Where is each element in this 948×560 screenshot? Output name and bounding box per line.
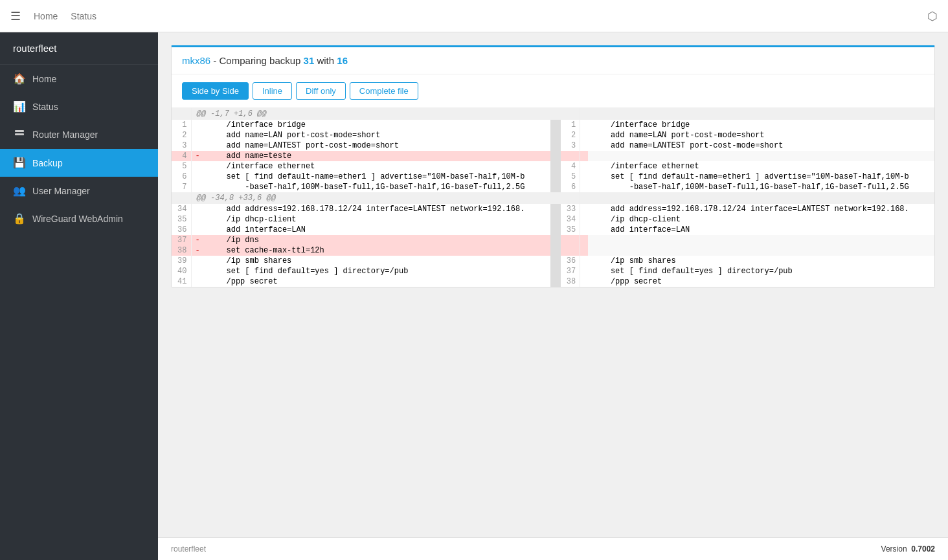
sidebar-item-wireguard-label: WireGuard WebAdmin	[32, 214, 123, 224]
table-row: 39 /ip smb shares 36 /ip smb shares	[172, 256, 934, 266]
topbar-status[interactable]: Status	[71, 11, 96, 21]
diff-table: @@ -1,7 +1,6 @@ 1 /interface bridge	[172, 108, 934, 287]
right-hunk-linenum	[561, 108, 580, 120]
table-row: 2 add name=LAN port-cost-mode=short 2 ad…	[172, 130, 934, 140]
sidebar-item-router-manager-label: Router Manager	[32, 129, 98, 140]
diff-backup-a: 31	[304, 55, 315, 66]
layout: routerfleet 🏠 Home 📊 Status Router Manag…	[0, 32, 948, 560]
hamburger-icon[interactable]: ☰	[10, 9, 21, 23]
footer-version: Version 0.7002	[881, 544, 935, 554]
footer-brand: routerfleet	[171, 544, 206, 554]
sidebar-item-status[interactable]: 📊 Status	[0, 93, 158, 120]
table-row: 41 /ppp secret 38 /ppp secret	[172, 276, 934, 287]
table-row: 1 /interface bridge 1 /interface bridge	[172, 120, 934, 130]
diff-hunk-header-1: @@ -1,7 +1,6 @@	[172, 108, 934, 120]
table-row: 38 - set cache-max-ttl=12h	[172, 245, 934, 256]
diff-title-mid: with	[317, 55, 337, 66]
right-hunk-label	[580, 108, 934, 120]
footer-version-label: Version	[881, 544, 907, 554]
backup-icon: 💾	[13, 157, 26, 169]
view-btn-inline[interactable]: Inline	[253, 82, 292, 100]
sidebar-item-router-manager[interactable]: Router Manager	[0, 120, 158, 149]
view-buttons-group: Side by Side Inline Diff only Complete f…	[172, 74, 934, 107]
diff-title: - Comparing backup	[213, 55, 303, 66]
sidebar-item-home-label: Home	[32, 74, 56, 84]
svg-point-2	[21, 131, 23, 132]
content-area: mkx86 - Comparing backup 31 with 16 Side…	[158, 32, 948, 537]
sidebar-item-status-label: Status	[32, 102, 58, 112]
topbar-nav: Home Status	[34, 11, 96, 21]
sidebar-item-wireguard[interactable]: 🔒 WireGuard WebAdmin	[0, 205, 158, 232]
diff-backup-b: 16	[337, 55, 348, 66]
main-content: mkx86 - Comparing backup 31 with 16 Side…	[158, 32, 948, 560]
footer: routerfleet Version 0.7002	[158, 537, 948, 560]
table-row: 4 - add name=teste	[172, 151, 934, 161]
table-row: 37 - /ip dns	[172, 235, 934, 245]
diff-card-header: mkx86 - Comparing backup 31 with 16	[172, 47, 934, 74]
user-manager-icon: 👥	[13, 185, 26, 197]
table-row: 3 add name=LANTEST port-cost-mode=short …	[172, 140, 934, 151]
left-hunk-linenum	[172, 108, 191, 120]
diff-wrapper[interactable]: @@ -1,7 +1,6 @@ 1 /interface bridge	[172, 107, 934, 287]
status-icon: 📊	[13, 100, 26, 113]
sidebar: routerfleet 🏠 Home 📊 Status Router Manag…	[0, 32, 158, 560]
footer-version-num: 0.7002	[911, 544, 935, 554]
topbar-home[interactable]: Home	[34, 11, 58, 21]
view-btn-complete-file[interactable]: Complete file	[350, 82, 418, 100]
sidebar-item-home[interactable]: 🏠 Home	[0, 65, 158, 93]
sidebar-item-backup[interactable]: 💾 Backup	[0, 149, 158, 177]
table-row: 7 -baseT-half,100M-baseT-full,1G-baseT-h…	[172, 182, 934, 192]
table-row: 6 set [ find default-name=ether1 ] adver…	[172, 172, 934, 182]
left-hunk-label: @@ -1,7 +1,6 @@	[191, 108, 550, 120]
table-row: 5 /interface ethernet 4 /interface ether…	[172, 161, 934, 172]
table-row: 36 add interface=LAN 35 add interface=LA…	[172, 225, 934, 235]
table-row: 35 /ip dhcp-client 34 /ip dhcp-client	[172, 214, 934, 225]
sidebar-brand: routerfleet	[0, 32, 158, 65]
view-btn-diff-only[interactable]: Diff only	[296, 82, 346, 100]
wireguard-icon: 🔒	[13, 212, 26, 225]
sidebar-item-user-manager[interactable]: 👥 User Manager	[0, 177, 158, 205]
sidebar-item-user-manager-label: User Manager	[32, 186, 90, 196]
svg-point-3	[21, 134, 23, 135]
topbar: ☰ Home Status ⬡	[0, 0, 948, 32]
router-manager-icon	[13, 128, 26, 141]
home-icon: 🏠	[13, 73, 26, 85]
table-row: 34 add address=192.168.178.12/24 interfa…	[172, 204, 934, 214]
diff-card: mkx86 - Comparing backup 31 with 16 Side…	[171, 45, 935, 287]
router-name: mkx86	[182, 55, 210, 66]
sidebar-item-backup-label: Backup	[32, 158, 63, 168]
view-btn-side-by-side[interactable]: Side by Side	[182, 82, 249, 100]
logout-icon[interactable]: ⬡	[927, 9, 938, 23]
table-row: 40 set [ find default=yes ] directory=/p…	[172, 266, 934, 276]
diff-hunk-header-2: @@ -34,8 +33,6 @@	[172, 192, 934, 204]
